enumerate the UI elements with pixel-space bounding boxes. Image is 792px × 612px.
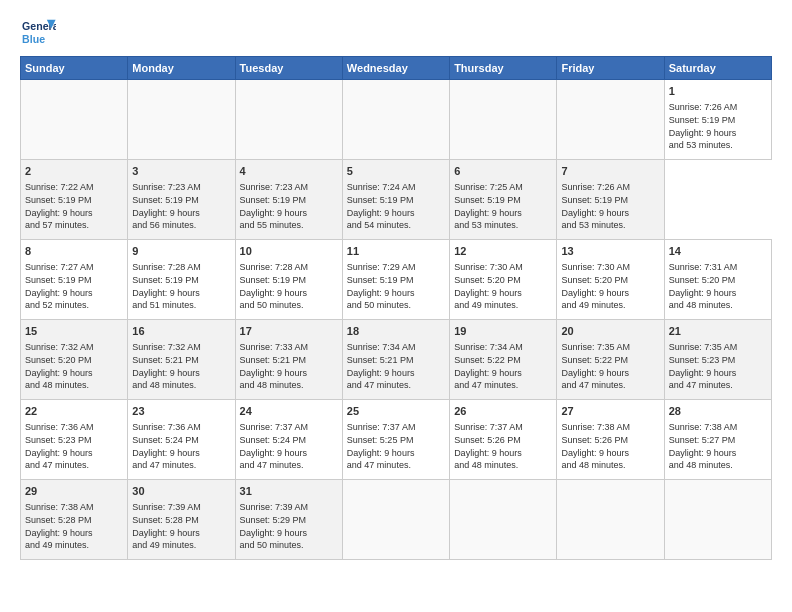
cell-info: Sunrise: 7:37 AM [347, 421, 445, 434]
cell-info: Sunset: 5:19 PM [25, 194, 123, 207]
cell-info: Daylight: 9 hours [669, 367, 767, 380]
day-number: 8 [25, 244, 123, 259]
cell-info: Daylight: 9 hours [561, 287, 659, 300]
calendar-cell [557, 80, 664, 160]
cell-info: and 49 minutes. [454, 299, 552, 312]
calendar-cell: 15Sunrise: 7:32 AMSunset: 5:20 PMDayligh… [21, 320, 128, 400]
cell-info: Daylight: 9 hours [25, 447, 123, 460]
cell-info: Sunset: 5:19 PM [669, 114, 767, 127]
cell-info: Daylight: 9 hours [454, 207, 552, 220]
calendar-week-row: 1Sunrise: 7:26 AMSunset: 5:19 PMDaylight… [21, 80, 772, 160]
cell-info: Sunrise: 7:32 AM [25, 341, 123, 354]
day-number: 31 [240, 484, 338, 499]
cell-info: Sunrise: 7:38 AM [561, 421, 659, 434]
calendar-cell: 4Sunrise: 7:23 AMSunset: 5:19 PMDaylight… [235, 160, 342, 240]
cell-info: and 57 minutes. [25, 219, 123, 232]
calendar-cell: 12Sunrise: 7:30 AMSunset: 5:20 PMDayligh… [450, 240, 557, 320]
cell-info: and 49 minutes. [561, 299, 659, 312]
cell-info: and 53 minutes. [454, 219, 552, 232]
cell-info: and 48 minutes. [561, 459, 659, 472]
cell-info: Sunset: 5:22 PM [561, 354, 659, 367]
cell-info: Sunset: 5:22 PM [454, 354, 552, 367]
cell-info: Sunrise: 7:38 AM [25, 501, 123, 514]
cell-info: Sunrise: 7:24 AM [347, 181, 445, 194]
calendar-cell [450, 80, 557, 160]
cell-info: Sunset: 5:19 PM [240, 194, 338, 207]
day-number: 24 [240, 404, 338, 419]
calendar-cell: 24Sunrise: 7:37 AMSunset: 5:24 PMDayligh… [235, 400, 342, 480]
calendar-day-header: Sunday [21, 57, 128, 80]
calendar-cell: 13Sunrise: 7:30 AMSunset: 5:20 PMDayligh… [557, 240, 664, 320]
calendar-day-header: Tuesday [235, 57, 342, 80]
calendar-cell [342, 80, 449, 160]
day-number: 20 [561, 324, 659, 339]
cell-info: and 53 minutes. [561, 219, 659, 232]
day-number: 25 [347, 404, 445, 419]
day-number: 5 [347, 164, 445, 179]
cell-info: and 50 minutes. [240, 299, 338, 312]
cell-info: Sunset: 5:19 PM [240, 274, 338, 287]
calendar-day-header: Saturday [664, 57, 771, 80]
cell-info: Daylight: 9 hours [132, 527, 230, 540]
cell-info: Daylight: 9 hours [454, 287, 552, 300]
cell-info: and 50 minutes. [347, 299, 445, 312]
calendar-cell: 6Sunrise: 7:25 AMSunset: 5:19 PMDaylight… [450, 160, 557, 240]
cell-info: Daylight: 9 hours [25, 527, 123, 540]
cell-info: Sunset: 5:29 PM [240, 514, 338, 527]
calendar-cell: 30Sunrise: 7:39 AMSunset: 5:28 PMDayligh… [128, 480, 235, 560]
cell-info: Sunrise: 7:37 AM [240, 421, 338, 434]
calendar-week-row: 8Sunrise: 7:27 AMSunset: 5:19 PMDaylight… [21, 240, 772, 320]
day-number: 6 [454, 164, 552, 179]
calendar-cell: 21Sunrise: 7:35 AMSunset: 5:23 PMDayligh… [664, 320, 771, 400]
calendar-cell: 2Sunrise: 7:22 AMSunset: 5:19 PMDaylight… [21, 160, 128, 240]
cell-info: Daylight: 9 hours [561, 207, 659, 220]
cell-info: Sunrise: 7:23 AM [240, 181, 338, 194]
cell-info: and 48 minutes. [240, 379, 338, 392]
calendar-cell: 1Sunrise: 7:26 AMSunset: 5:19 PMDaylight… [664, 80, 771, 160]
calendar-week-row: 29Sunrise: 7:38 AMSunset: 5:28 PMDayligh… [21, 480, 772, 560]
cell-info: and 49 minutes. [132, 539, 230, 552]
cell-info: Daylight: 9 hours [25, 207, 123, 220]
cell-info: Sunrise: 7:34 AM [454, 341, 552, 354]
cell-info: and 48 minutes. [454, 459, 552, 472]
day-number: 29 [25, 484, 123, 499]
cell-info: Daylight: 9 hours [669, 447, 767, 460]
cell-info: Sunrise: 7:36 AM [25, 421, 123, 434]
general-blue-logo-icon: General Blue [20, 18, 56, 48]
day-number: 27 [561, 404, 659, 419]
calendar-cell: 29Sunrise: 7:38 AMSunset: 5:28 PMDayligh… [21, 480, 128, 560]
cell-info: and 47 minutes. [25, 459, 123, 472]
cell-info: Sunrise: 7:39 AM [132, 501, 230, 514]
cell-info: Daylight: 9 hours [561, 367, 659, 380]
calendar-week-row: 22Sunrise: 7:36 AMSunset: 5:23 PMDayligh… [21, 400, 772, 480]
calendar-cell: 28Sunrise: 7:38 AMSunset: 5:27 PMDayligh… [664, 400, 771, 480]
cell-info: and 47 minutes. [669, 379, 767, 392]
cell-info: Sunrise: 7:23 AM [132, 181, 230, 194]
cell-info: Sunset: 5:21 PM [132, 354, 230, 367]
cell-info: Sunrise: 7:26 AM [561, 181, 659, 194]
cell-info: Sunrise: 7:34 AM [347, 341, 445, 354]
cell-info: Sunrise: 7:33 AM [240, 341, 338, 354]
cell-info: Sunset: 5:20 PM [669, 274, 767, 287]
cell-info: Sunset: 5:19 PM [132, 274, 230, 287]
cell-info: Sunset: 5:20 PM [25, 354, 123, 367]
cell-info: Sunset: 5:23 PM [669, 354, 767, 367]
cell-info: Sunset: 5:19 PM [454, 194, 552, 207]
calendar-cell: 26Sunrise: 7:37 AMSunset: 5:26 PMDayligh… [450, 400, 557, 480]
cell-info: Sunset: 5:26 PM [454, 434, 552, 447]
cell-info: and 47 minutes. [132, 459, 230, 472]
cell-info: Daylight: 9 hours [347, 447, 445, 460]
day-number: 3 [132, 164, 230, 179]
cell-info: and 53 minutes. [669, 139, 767, 152]
calendar-cell: 8Sunrise: 7:27 AMSunset: 5:19 PMDaylight… [21, 240, 128, 320]
calendar-cell: 5Sunrise: 7:24 AMSunset: 5:19 PMDaylight… [342, 160, 449, 240]
cell-info: Sunrise: 7:28 AM [132, 261, 230, 274]
cell-info: Sunrise: 7:35 AM [669, 341, 767, 354]
calendar-cell [128, 80, 235, 160]
cell-info: Sunset: 5:26 PM [561, 434, 659, 447]
calendar-cell: 27Sunrise: 7:38 AMSunset: 5:26 PMDayligh… [557, 400, 664, 480]
day-number: 17 [240, 324, 338, 339]
calendar-day-header: Wednesday [342, 57, 449, 80]
cell-info: and 51 minutes. [132, 299, 230, 312]
cell-info: and 47 minutes. [347, 379, 445, 392]
